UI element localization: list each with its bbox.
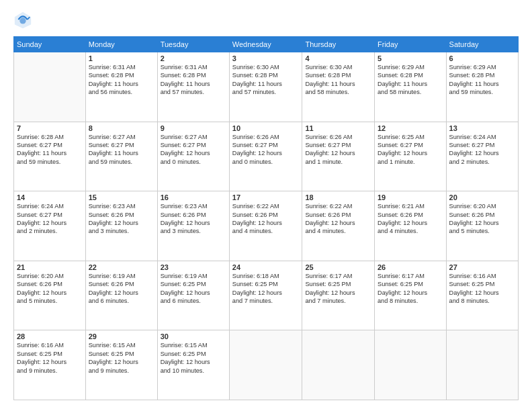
day-info: Sunrise: 6:31 AM Sunset: 6:28 PM Dayligh…	[89, 63, 154, 97]
calendar-week-row: 21Sunrise: 6:20 AM Sunset: 6:26 PM Dayli…	[14, 261, 519, 330]
day-info: Sunrise: 6:27 AM Sunset: 6:27 PM Dayligh…	[89, 133, 154, 167]
day-info: Sunrise: 6:25 AM Sunset: 6:27 PM Dayligh…	[378, 133, 443, 167]
calendar-cell: 13Sunrise: 6:24 AM Sunset: 6:27 PM Dayli…	[446, 122, 518, 191]
page: SundayMondayTuesdayWednesdayThursdayFrid…	[0, 0, 532, 411]
day-number: 27	[449, 263, 515, 271]
calendar-cell: 5Sunrise: 6:29 AM Sunset: 6:28 PM Daylig…	[375, 52, 447, 122]
calendar-cell: 3Sunrise: 6:30 AM Sunset: 6:28 PM Daylig…	[229, 52, 302, 122]
calendar-cell	[375, 330, 447, 400]
calendar-cell: 14Sunrise: 6:24 AM Sunset: 6:27 PM Dayli…	[14, 191, 86, 261]
day-number: 21	[17, 263, 83, 271]
calendar: SundayMondayTuesdayWednesdayThursdayFrid…	[13, 36, 519, 400]
day-number: 15	[89, 193, 154, 201]
calendar-cell: 29Sunrise: 6:15 AM Sunset: 6:25 PM Dayli…	[85, 330, 157, 400]
day-number: 16	[161, 193, 226, 201]
weekday-header: Monday	[85, 37, 157, 52]
svg-point-1	[19, 17, 26, 24]
day-number: 23	[161, 263, 226, 271]
calendar-cell: 4Sunrise: 6:30 AM Sunset: 6:28 PM Daylig…	[302, 52, 375, 122]
day-info: Sunrise: 6:29 AM Sunset: 6:28 PM Dayligh…	[378, 63, 443, 97]
calendar-week-row: 28Sunrise: 6:16 AM Sunset: 6:25 PM Dayli…	[14, 330, 519, 400]
day-number: 9	[161, 124, 226, 132]
calendar-cell: 2Sunrise: 6:31 AM Sunset: 6:28 PM Daylig…	[157, 52, 229, 122]
day-info: Sunrise: 6:20 AM Sunset: 6:26 PM Dayligh…	[17, 272, 83, 306]
day-info: Sunrise: 6:29 AM Sunset: 6:28 PM Dayligh…	[449, 63, 515, 97]
day-number: 2	[161, 54, 226, 62]
day-number: 1	[89, 54, 154, 62]
day-info: Sunrise: 6:16 AM Sunset: 6:25 PM Dayligh…	[17, 341, 83, 375]
day-number: 19	[378, 193, 443, 201]
calendar-cell: 30Sunrise: 6:15 AM Sunset: 6:25 PM Dayli…	[157, 330, 229, 400]
day-number: 5	[378, 54, 443, 62]
calendar-cell: 7Sunrise: 6:28 AM Sunset: 6:27 PM Daylig…	[14, 122, 86, 191]
calendar-cell: 18Sunrise: 6:22 AM Sunset: 6:26 PM Dayli…	[302, 191, 375, 261]
day-number: 12	[378, 124, 443, 132]
weekday-header: Thursday	[302, 37, 375, 52]
calendar-cell	[14, 52, 86, 122]
day-info: Sunrise: 6:30 AM Sunset: 6:28 PM Dayligh…	[305, 63, 371, 97]
day-info: Sunrise: 6:15 AM Sunset: 6:25 PM Dayligh…	[161, 341, 226, 375]
calendar-cell	[446, 330, 518, 400]
weekday-header: Sunday	[14, 37, 86, 52]
calendar-week-row: 1Sunrise: 6:31 AM Sunset: 6:28 PM Daylig…	[14, 52, 519, 122]
day-info: Sunrise: 6:24 AM Sunset: 6:27 PM Dayligh…	[449, 133, 515, 167]
day-number: 8	[89, 124, 154, 132]
weekday-header: Tuesday	[157, 37, 229, 52]
day-info: Sunrise: 6:23 AM Sunset: 6:26 PM Dayligh…	[89, 202, 154, 236]
logo	[13, 11, 35, 30]
calendar-cell: 12Sunrise: 6:25 AM Sunset: 6:27 PM Dayli…	[375, 122, 447, 191]
day-info: Sunrise: 6:21 AM Sunset: 6:26 PM Dayligh…	[378, 202, 443, 236]
day-number: 28	[17, 332, 83, 340]
day-number: 30	[161, 332, 226, 340]
calendar-cell: 15Sunrise: 6:23 AM Sunset: 6:26 PM Dayli…	[85, 191, 157, 261]
day-number: 22	[89, 263, 154, 271]
weekday-header: Wednesday	[229, 37, 302, 52]
day-info: Sunrise: 6:16 AM Sunset: 6:25 PM Dayligh…	[449, 272, 515, 306]
day-number: 24	[232, 263, 300, 271]
calendar-cell: 17Sunrise: 6:22 AM Sunset: 6:26 PM Dayli…	[229, 191, 302, 261]
day-info: Sunrise: 6:22 AM Sunset: 6:26 PM Dayligh…	[305, 202, 371, 236]
calendar-cell: 27Sunrise: 6:16 AM Sunset: 6:25 PM Dayli…	[446, 261, 518, 330]
calendar-cell: 25Sunrise: 6:17 AM Sunset: 6:25 PM Dayli…	[302, 261, 375, 330]
day-info: Sunrise: 6:19 AM Sunset: 6:26 PM Dayligh…	[89, 272, 154, 306]
day-info: Sunrise: 6:31 AM Sunset: 6:28 PM Dayligh…	[161, 63, 226, 97]
weekday-header: Friday	[375, 37, 447, 52]
header	[13, 11, 519, 30]
day-number: 3	[232, 54, 300, 62]
day-number: 20	[449, 193, 515, 201]
day-number: 6	[449, 54, 515, 62]
calendar-week-row: 7Sunrise: 6:28 AM Sunset: 6:27 PM Daylig…	[14, 122, 519, 191]
calendar-cell: 24Sunrise: 6:18 AM Sunset: 6:25 PM Dayli…	[229, 261, 302, 330]
logo-icon	[13, 11, 32, 30]
calendar-cell: 10Sunrise: 6:26 AM Sunset: 6:27 PM Dayli…	[229, 122, 302, 191]
calendar-cell: 21Sunrise: 6:20 AM Sunset: 6:26 PM Dayli…	[14, 261, 86, 330]
day-info: Sunrise: 6:15 AM Sunset: 6:25 PM Dayligh…	[89, 341, 154, 375]
calendar-cell: 11Sunrise: 6:26 AM Sunset: 6:27 PM Dayli…	[302, 122, 375, 191]
calendar-cell: 16Sunrise: 6:23 AM Sunset: 6:26 PM Dayli…	[157, 191, 229, 261]
calendar-cell: 26Sunrise: 6:17 AM Sunset: 6:25 PM Dayli…	[375, 261, 447, 330]
day-info: Sunrise: 6:28 AM Sunset: 6:27 PM Dayligh…	[17, 133, 83, 167]
calendar-cell	[302, 330, 375, 400]
day-info: Sunrise: 6:17 AM Sunset: 6:25 PM Dayligh…	[305, 272, 371, 306]
day-number: 29	[89, 332, 154, 340]
day-info: Sunrise: 6:22 AM Sunset: 6:26 PM Dayligh…	[232, 202, 300, 236]
calendar-cell: 28Sunrise: 6:16 AM Sunset: 6:25 PM Dayli…	[14, 330, 86, 400]
calendar-cell: 1Sunrise: 6:31 AM Sunset: 6:28 PM Daylig…	[85, 52, 157, 122]
calendar-cell	[229, 330, 302, 400]
day-info: Sunrise: 6:26 AM Sunset: 6:27 PM Dayligh…	[232, 133, 300, 167]
calendar-cell: 20Sunrise: 6:20 AM Sunset: 6:26 PM Dayli…	[446, 191, 518, 261]
day-info: Sunrise: 6:20 AM Sunset: 6:26 PM Dayligh…	[449, 202, 515, 236]
day-number: 10	[232, 124, 300, 132]
calendar-cell: 9Sunrise: 6:27 AM Sunset: 6:27 PM Daylig…	[157, 122, 229, 191]
day-number: 18	[305, 193, 371, 201]
day-info: Sunrise: 6:23 AM Sunset: 6:26 PM Dayligh…	[161, 202, 226, 236]
weekday-header-row: SundayMondayTuesdayWednesdayThursdayFrid…	[14, 37, 519, 52]
day-number: 7	[17, 124, 83, 132]
day-info: Sunrise: 6:24 AM Sunset: 6:27 PM Dayligh…	[17, 202, 83, 236]
calendar-cell: 22Sunrise: 6:19 AM Sunset: 6:26 PM Dayli…	[85, 261, 157, 330]
weekday-header: Saturday	[446, 37, 518, 52]
day-number: 25	[305, 263, 371, 271]
day-number: 17	[232, 193, 300, 201]
day-info: Sunrise: 6:18 AM Sunset: 6:25 PM Dayligh…	[232, 272, 300, 306]
calendar-cell: 6Sunrise: 6:29 AM Sunset: 6:28 PM Daylig…	[446, 52, 518, 122]
